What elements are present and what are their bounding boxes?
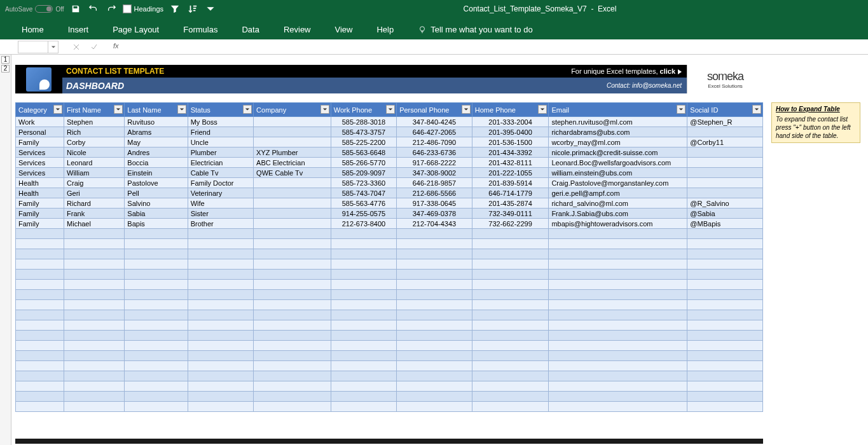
cell[interactable] xyxy=(125,402,188,412)
tab-data[interactable]: Data xyxy=(239,20,261,39)
cell[interactable] xyxy=(64,341,125,351)
cell[interactable] xyxy=(331,249,396,259)
cell[interactable]: Health xyxy=(16,178,64,188)
cell[interactable] xyxy=(254,290,331,300)
cell[interactable] xyxy=(188,259,253,270)
cell[interactable]: Craig xyxy=(64,178,125,188)
cell[interactable]: Stephen xyxy=(64,117,125,127)
cell[interactable] xyxy=(549,270,687,280)
cell[interactable]: 347-840-4245 xyxy=(397,117,472,127)
cell[interactable]: 201-432-8111 xyxy=(472,158,549,168)
cell[interactable] xyxy=(687,331,763,341)
cell[interactable]: 201-395-0400 xyxy=(472,127,549,137)
cell[interactable]: mbapis@hightoweradvisors.com xyxy=(549,219,687,229)
cell[interactable] xyxy=(472,280,549,290)
cell[interactable] xyxy=(472,381,549,392)
someka-logo[interactable]: someka Excel Solutions xyxy=(687,65,763,93)
cell[interactable]: 646-233-6736 xyxy=(397,147,472,158)
cell[interactable]: Leonard.Boc@wellsfargoadvisors.com xyxy=(549,158,687,168)
cell[interactable] xyxy=(125,392,188,402)
cell[interactable] xyxy=(16,290,64,300)
cell[interactable] xyxy=(188,402,253,412)
cell[interactable] xyxy=(687,178,763,188)
cell[interactable] xyxy=(331,402,396,412)
cell[interactable]: 585-723-3360 xyxy=(331,178,396,188)
cell[interactable] xyxy=(687,249,763,259)
cell[interactable] xyxy=(397,371,472,381)
cell[interactable]: geri.e.pell@ampf.com xyxy=(549,188,687,198)
cell[interactable]: Family xyxy=(16,137,64,147)
cell[interactable] xyxy=(64,381,125,392)
cell[interactable] xyxy=(188,270,253,280)
cell[interactable] xyxy=(397,290,472,300)
cell[interactable] xyxy=(687,280,763,290)
cell[interactable] xyxy=(397,392,472,402)
cell[interactable] xyxy=(254,310,331,320)
cell[interactable] xyxy=(254,259,331,270)
cell[interactable] xyxy=(16,239,64,249)
cell[interactable] xyxy=(64,280,125,290)
cancel-formula-button[interactable] xyxy=(71,42,81,52)
cell[interactable]: wcorby_may@ml.com xyxy=(549,137,687,147)
filter-dropdown-button[interactable] xyxy=(177,105,186,114)
cell[interactable]: XYZ Plumber xyxy=(254,147,331,158)
cell[interactable] xyxy=(397,361,472,371)
tab-insert[interactable]: Insert xyxy=(65,20,92,39)
cell[interactable] xyxy=(64,270,125,280)
cell[interactable] xyxy=(188,341,253,351)
cell[interactable]: 212-704-4343 xyxy=(397,219,472,229)
cell[interactable] xyxy=(549,239,687,249)
cell[interactable]: QWE Cable Tv xyxy=(254,168,331,178)
cell[interactable]: 347-308-9002 xyxy=(397,168,472,178)
cell[interactable]: 201-839-5914 xyxy=(472,178,549,188)
cell[interactable] xyxy=(549,351,687,361)
cell[interactable]: Nicole xyxy=(64,147,125,158)
cell[interactable] xyxy=(254,178,331,188)
filter-dropdown-button[interactable] xyxy=(386,105,395,114)
tell-me-search[interactable]: Tell me what you want to do xyxy=(415,20,535,39)
cell[interactable] xyxy=(16,392,64,402)
cell[interactable]: 201-536-1500 xyxy=(472,137,549,147)
cell[interactable]: @Corby11 xyxy=(687,137,763,147)
cell[interactable]: 585-225-2200 xyxy=(331,137,396,147)
cell[interactable] xyxy=(16,270,64,280)
cell[interactable] xyxy=(16,361,64,371)
cell[interactable]: Craig.Pastolove@morganstanley.com xyxy=(549,178,687,188)
cell[interactable] xyxy=(64,402,125,412)
cell[interactable]: Family xyxy=(16,198,64,209)
cell[interactable] xyxy=(125,310,188,320)
cell[interactable]: 585-266-5770 xyxy=(331,158,396,168)
cell[interactable]: Bapis xyxy=(125,219,188,229)
cell[interactable] xyxy=(331,290,396,300)
cell[interactable] xyxy=(472,331,549,341)
cell[interactable]: 201-222-1055 xyxy=(472,168,549,178)
filter-dropdown-button[interactable] xyxy=(320,105,329,114)
cell[interactable] xyxy=(549,320,687,331)
cell[interactable] xyxy=(687,147,763,158)
cell[interactable]: Veterinary xyxy=(188,188,253,198)
cell[interactable]: Corby xyxy=(64,137,125,147)
cell[interactable] xyxy=(687,290,763,300)
cell[interactable] xyxy=(397,239,472,249)
cell[interactable] xyxy=(397,341,472,351)
cell[interactable] xyxy=(125,320,188,331)
cell[interactable]: 212-686-5566 xyxy=(397,188,472,198)
cell[interactable] xyxy=(188,249,253,259)
cell[interactable] xyxy=(397,402,472,412)
tab-help[interactable]: Help xyxy=(374,20,396,39)
cell[interactable] xyxy=(549,381,687,392)
tab-home[interactable]: Home xyxy=(19,20,46,39)
outline-level-1[interactable]: 1 xyxy=(1,56,10,64)
cell[interactable] xyxy=(16,249,64,259)
cell[interactable] xyxy=(254,341,331,351)
cell[interactable] xyxy=(331,341,396,351)
cell[interactable] xyxy=(472,249,549,259)
cell[interactable] xyxy=(331,371,396,381)
cell[interactable]: Ruvituso xyxy=(125,117,188,127)
cell[interactable]: 585-288-3018 xyxy=(331,117,396,127)
name-box[interactable] xyxy=(18,41,48,53)
cell[interactable] xyxy=(16,280,64,290)
cell[interactable] xyxy=(64,249,125,259)
cell[interactable] xyxy=(397,259,472,270)
cell[interactable] xyxy=(331,381,396,392)
